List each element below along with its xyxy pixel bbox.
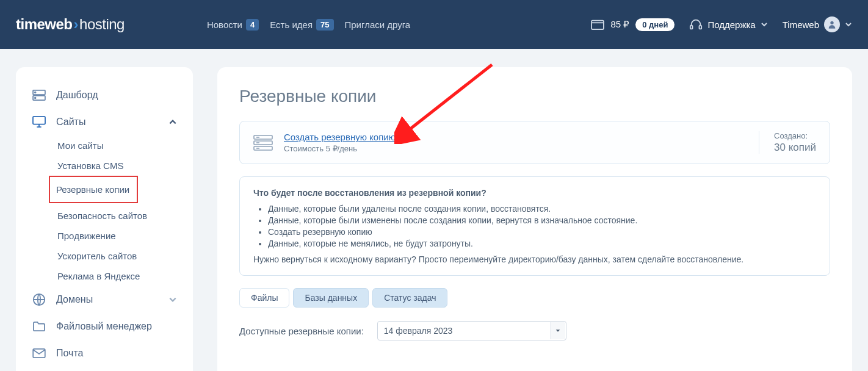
wallet-balance: 85 ₽ [610,19,629,30]
sidebar-sites-label: Сайты [56,117,85,128]
svg-point-6 [35,92,36,93]
logo[interactable]: timeweb › hosting [16,16,125,33]
sidebar-domains[interactable]: Домены [27,286,182,313]
dashboard-icon [32,88,46,103]
sidebar-sub-cms[interactable]: Установка CMS [56,156,182,176]
sidebar-dashboard-label: Дашборд [56,90,98,101]
wallet-days: 0 дней [635,18,675,31]
nav-news[interactable]: Новости 4 [207,19,259,31]
wallet-icon [591,19,604,30]
chevron-down-icon [761,21,768,28]
tab-tasks[interactable]: Статус задач [372,288,447,308]
monitor-icon [32,115,46,129]
created-value: 30 копий [774,142,816,154]
globe-icon [32,292,46,307]
sidebar-mail[interactable]: Почта [27,340,182,367]
svg-point-7 [35,98,36,99]
account-menu[interactable]: Timeweb [783,16,852,32]
support-link[interactable]: Поддержка [689,18,767,31]
sidebar-dashboard[interactable]: Дашборд [27,82,182,109]
filter-label: Доступные резервные копии: [239,326,364,336]
sidebar-sub-yandex[interactable]: Реклама в Яндексе [56,266,182,286]
info-bullet: Создать резервную копию [268,227,816,237]
info-bullet: Данные, которые не менялись, не будут за… [268,239,816,248]
sidebar-sub-backups[interactable]: Резервные копии [52,179,134,200]
sidebar-sub-promo[interactable]: Продвижение [56,226,182,246]
tab-db[interactable]: Базы данных [293,288,369,308]
logo-chevron-icon: › [74,16,79,33]
chevron-down-icon [845,21,852,28]
svg-rect-2 [700,26,702,29]
user-icon [827,20,837,29]
created-label: Создано: [774,131,816,140]
info-box: Что будет после восстановления из резерв… [239,176,830,276]
chevron-down-icon [168,295,177,304]
wallet[interactable]: 85 ₽ 0 дней [591,18,675,31]
avatar [824,16,840,32]
nav-idea-label: Есть идея [270,20,313,30]
svg-rect-0 [592,21,604,29]
headset-icon [689,18,703,31]
nav-invite[interactable]: Пригласи друга [345,20,411,30]
logo-product: hosting [79,16,125,33]
backup-cost: Стоимость 5 ₽/день [284,144,396,153]
nav-idea-badge: 75 [316,19,333,31]
info-question: Что будет после восстановления из резерв… [253,188,816,198]
info-bullet: Данные, которые были удалены после созда… [268,204,816,214]
sidebar-fm-label: Файловый менеджер [56,321,152,332]
sidebar-sub-security[interactable]: Безопасность сайтов [56,206,182,226]
nav-idea[interactable]: Есть идея 75 [270,19,333,31]
nav-invite-label: Пригласи друга [345,20,411,30]
chevron-up-icon [168,118,177,126]
svg-point-3 [830,21,833,24]
sidebar-domains-label: Домены [56,294,93,305]
sidebar-fm[interactable]: Файловый менеджер [27,313,182,340]
account-label: Timeweb [783,20,819,30]
backup-panel: Создать резервную копию Стоимость 5 ₽/де… [239,121,830,164]
nav-news-label: Новости [207,20,242,30]
sidebar-sub-accel[interactable]: Ускоритель сайтов [56,246,182,266]
server-stack-icon [253,135,273,151]
page-title: Резервные копии [239,87,830,106]
logo-brand: timeweb [16,16,73,33]
support-label: Поддержка [707,20,755,30]
tab-files[interactable]: Файлы [239,288,289,308]
info-footer: Нужно вернуться к исходному варианту? Пр… [253,254,816,264]
backup-date-select[interactable]: 14 февраля 2023 [377,321,566,340]
svg-rect-1 [690,26,693,29]
info-bullet: Данные, которые были изменены после созд… [268,215,816,225]
sidebar: Дашборд Сайты Мои сайты Установка CMS Ре… [16,67,193,371]
sidebar-mail-label: Почта [56,348,83,359]
folder-icon [32,319,46,334]
mail-icon [32,346,46,361]
create-backup-link[interactable]: Создать резервную копию [284,132,396,142]
nav-news-badge: 4 [246,19,259,31]
sidebar-sub-mysites[interactable]: Мои сайты [56,135,182,156]
sidebar-sites[interactable]: Сайты [27,109,182,135]
svg-rect-8 [33,117,45,124]
